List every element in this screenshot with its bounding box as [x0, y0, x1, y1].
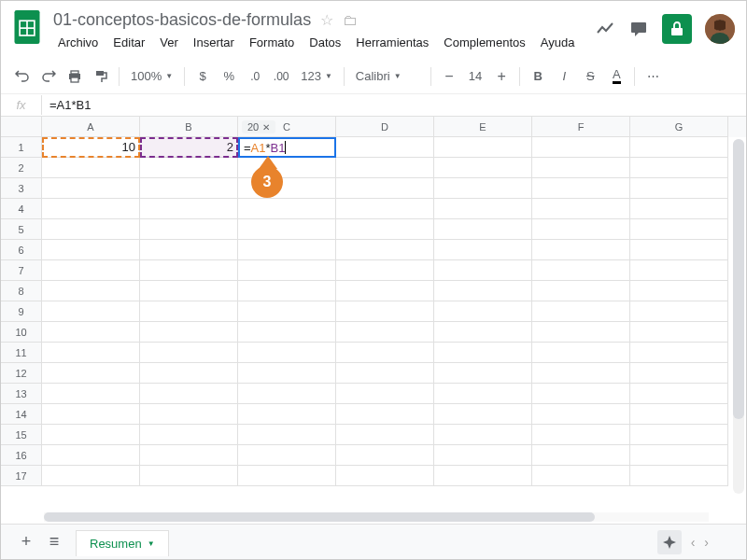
cell-D10[interactable]: [336, 322, 434, 343]
cell-E6[interactable]: [434, 240, 532, 260]
row-header-11[interactable]: 11: [1, 343, 42, 363]
formula-input[interactable]: =A1*B1: [42, 98, 91, 112]
cell-B9[interactable]: [140, 301, 238, 322]
cell-C17[interactable]: [238, 466, 336, 486]
cell-A4[interactable]: [42, 199, 140, 219]
cell-F12[interactable]: [532, 363, 630, 384]
cell-C4[interactable]: [238, 199, 336, 219]
cell-A8[interactable]: [42, 281, 140, 301]
cell-G8[interactable]: [630, 281, 728, 301]
cell-F15[interactable]: [532, 425, 630, 445]
cell-E12[interactable]: [434, 363, 532, 384]
cell-G1[interactable]: [630, 137, 728, 158]
cell-F10[interactable]: [532, 322, 630, 343]
cell-C6[interactable]: [238, 240, 336, 260]
sheet-tab-resumen[interactable]: Resumen ▼: [76, 530, 169, 556]
cell-B3[interactable]: [140, 178, 238, 199]
bold-icon[interactable]: B: [526, 64, 550, 89]
cell-A11[interactable]: [42, 343, 140, 363]
row-header-10[interactable]: 10: [1, 322, 42, 343]
add-sheet-icon[interactable]: +: [12, 528, 40, 556]
cell-E5[interactable]: [434, 219, 532, 240]
folder-icon[interactable]: 🗀: [343, 12, 358, 29]
strikethrough-icon[interactable]: S: [578, 64, 602, 89]
all-sheets-icon[interactable]: ≡: [40, 528, 68, 556]
cell-E17[interactable]: [434, 466, 532, 486]
cell-B15[interactable]: [140, 425, 238, 445]
cell-G3[interactable]: [630, 178, 728, 199]
menu-insertar[interactable]: Insertar: [187, 32, 241, 53]
italic-icon[interactable]: I: [552, 64, 576, 89]
column-header-B[interactable]: B: [140, 117, 238, 137]
row-header-12[interactable]: 12: [1, 363, 42, 384]
cell-B4[interactable]: [140, 199, 238, 219]
cell-E4[interactable]: [434, 199, 532, 219]
cell-C10[interactable]: [238, 322, 336, 343]
cell-G9[interactable]: [630, 301, 728, 322]
cell-E14[interactable]: [434, 404, 532, 425]
cell-G14[interactable]: [630, 404, 728, 425]
cell-E13[interactable]: [434, 384, 532, 404]
activity-icon[interactable]: [595, 19, 615, 39]
cell-G4[interactable]: [630, 199, 728, 219]
menu-ver[interactable]: Ver: [153, 32, 185, 53]
cell-A15[interactable]: [42, 425, 140, 445]
cell-C11[interactable]: [238, 343, 336, 363]
cell-D2[interactable]: [336, 158, 434, 178]
user-avatar[interactable]: [705, 14, 735, 44]
spreadsheet-grid[interactable]: ABCDEFG 1102234567891011121314151617 20 …: [1, 117, 746, 520]
cell-A7[interactable]: [42, 260, 140, 281]
cell-B8[interactable]: [140, 281, 238, 301]
column-header-G[interactable]: G: [630, 117, 728, 137]
menu-archivo[interactable]: Archivo: [51, 32, 105, 53]
cell-A10[interactable]: [42, 322, 140, 343]
share-button[interactable]: [662, 14, 692, 44]
cell-D9[interactable]: [336, 301, 434, 322]
cell-B6[interactable]: [140, 240, 238, 260]
row-header-15[interactable]: 15: [1, 425, 42, 445]
row-header-13[interactable]: 13: [1, 384, 42, 404]
menu-datos[interactable]: Datos: [303, 32, 347, 53]
cell-B10[interactable]: [140, 322, 238, 343]
cell-G17[interactable]: [630, 466, 728, 486]
cell-C13[interactable]: [238, 384, 336, 404]
row-header-2[interactable]: 2: [1, 158, 42, 178]
cell-D1[interactable]: [336, 137, 434, 158]
cell-B5[interactable]: [140, 219, 238, 240]
cell-A6[interactable]: [42, 240, 140, 260]
horizontal-scrollbar[interactable]: [44, 512, 709, 522]
text-color-icon[interactable]: A: [604, 64, 628, 89]
menu-herramientas[interactable]: Herramientas: [349, 32, 435, 53]
cell-E15[interactable]: [434, 425, 532, 445]
cell-F8[interactable]: [532, 281, 630, 301]
paint-format-icon[interactable]: [89, 64, 113, 89]
sheets-logo[interactable]: [8, 8, 46, 46]
comments-icon[interactable]: [628, 19, 649, 39]
cell-E2[interactable]: [434, 158, 532, 178]
cell-D11[interactable]: [336, 343, 434, 363]
cell-B17[interactable]: [140, 466, 238, 486]
cell-F4[interactable]: [532, 199, 630, 219]
column-header-D[interactable]: D: [336, 117, 434, 137]
cell-G7[interactable]: [630, 260, 728, 281]
active-cell-c1[interactable]: =A1*B1: [238, 137, 336, 158]
close-preview-icon[interactable]: ✕: [262, 122, 270, 133]
row-header-5[interactable]: 5: [1, 219, 42, 240]
cell-E7[interactable]: [434, 260, 532, 281]
cell-D12[interactable]: [336, 363, 434, 384]
cell-F3[interactable]: [532, 178, 630, 199]
cell-G11[interactable]: [630, 343, 728, 363]
column-header-F[interactable]: F: [532, 117, 630, 137]
zoom-select[interactable]: 100%▼: [125, 64, 178, 89]
row-header-3[interactable]: 3: [1, 178, 42, 199]
cell-C8[interactable]: [238, 281, 336, 301]
cell-A14[interactable]: [42, 404, 140, 425]
cell-D5[interactable]: [336, 219, 434, 240]
cell-A12[interactable]: [42, 363, 140, 384]
row-header-17[interactable]: 17: [1, 466, 42, 486]
row-header-16[interactable]: 16: [1, 445, 42, 466]
cell-C14[interactable]: [238, 404, 336, 425]
cell-A2[interactable]: [42, 158, 140, 178]
cell-E8[interactable]: [434, 281, 532, 301]
cell-C9[interactable]: [238, 301, 336, 322]
